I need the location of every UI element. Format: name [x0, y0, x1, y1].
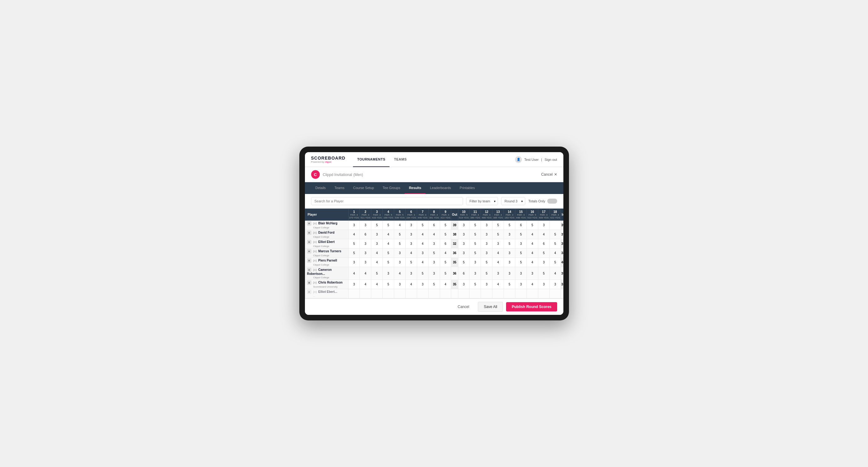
hole-1-score[interactable]	[348, 280, 360, 289]
score-input-hole-13[interactable]	[492, 289, 503, 298]
hole-3-score[interactable]	[371, 258, 383, 267]
score-input-hole-15[interactable]	[515, 258, 527, 267]
score-input-hole-16[interactable]	[527, 239, 538, 248]
score-input-hole-11[interactable]	[469, 239, 480, 248]
hole-16-score[interactable]	[527, 289, 538, 299]
hole-3-score[interactable]	[371, 280, 383, 289]
score-input-hole-18[interactable]	[550, 267, 561, 280]
hole-15-score[interactable]	[515, 221, 527, 230]
score-input-hole-14[interactable]	[504, 258, 515, 267]
sign-out-link[interactable]: Sign out	[545, 158, 557, 161]
score-input-hole-8[interactable]	[429, 267, 440, 280]
score-input-hole-18[interactable]	[550, 280, 561, 289]
score-input-hole-13[interactable]	[492, 230, 503, 239]
score-input-hole-6[interactable]	[406, 249, 417, 257]
hole-18-score[interactable]	[550, 239, 561, 249]
score-input-hole-6[interactable]	[406, 280, 417, 289]
hole-5-score[interactable]	[394, 289, 406, 299]
score-input-hole-4[interactable]	[383, 239, 394, 248]
hole-2-score[interactable]	[360, 239, 371, 249]
score-input-hole-5[interactable]	[394, 239, 405, 248]
score-input-hole-16[interactable]	[527, 221, 538, 230]
score-input-hole-1[interactable]	[349, 280, 360, 289]
nav-teams[interactable]: TEAMS	[390, 152, 411, 167]
hole-8-score[interactable]	[428, 230, 440, 239]
hole-11-score[interactable]	[469, 249, 481, 258]
score-input-hole-16[interactable]	[527, 230, 538, 239]
score-input-hole-2[interactable]	[360, 230, 371, 239]
hole-12-score[interactable]	[481, 230, 492, 239]
score-input-hole-9[interactable]	[440, 289, 451, 298]
score-input-hole-9[interactable]	[440, 230, 451, 239]
score-input-hole-5[interactable]	[394, 267, 405, 280]
score-input-hole-3[interactable]	[371, 280, 382, 289]
score-input-hole-12[interactable]	[481, 267, 492, 280]
score-input-hole-9[interactable]	[440, 239, 451, 248]
score-input-hole-3[interactable]	[371, 258, 382, 267]
cancel-button[interactable]: Cancel	[452, 302, 475, 311]
hole-1-score[interactable]	[348, 258, 360, 267]
score-input-hole-1[interactable]	[349, 258, 360, 267]
score-input-hole-4[interactable]	[383, 267, 394, 280]
score-input-hole-7[interactable]	[417, 230, 428, 239]
publish-round-scores-button[interactable]: Publish Round Scores	[506, 302, 557, 311]
score-input-hole-4[interactable]	[383, 280, 394, 289]
hole-7-score[interactable]	[417, 249, 428, 258]
tab-teams[interactable]: Teams	[330, 182, 349, 194]
score-input-hole-10[interactable]	[458, 249, 469, 257]
hole-14-score[interactable]	[504, 221, 515, 230]
score-input-hole-3[interactable]	[371, 249, 382, 257]
hole-14-score[interactable]	[504, 230, 515, 239]
score-input-hole-2[interactable]	[360, 239, 371, 248]
hole-8-score[interactable]	[428, 221, 440, 230]
score-input-hole-16[interactable]	[527, 267, 538, 280]
score-input-hole-1[interactable]	[349, 267, 360, 280]
nav-tournaments[interactable]: TOURNAMENTS	[353, 152, 390, 167]
score-input-hole-15[interactable]	[515, 289, 527, 298]
score-input-hole-13[interactable]	[492, 249, 503, 257]
hole-15-score[interactable]	[515, 249, 527, 258]
score-input-hole-9[interactable]	[440, 267, 451, 280]
score-input-hole-14[interactable]	[504, 230, 515, 239]
hole-16-score[interactable]	[527, 239, 538, 249]
tab-leaderboards[interactable]: Leaderboards	[426, 182, 455, 194]
hole-7-score[interactable]	[417, 267, 428, 280]
score-input-hole-9[interactable]	[440, 221, 451, 230]
hole-5-score[interactable]	[394, 249, 406, 258]
score-input-hole-13[interactable]	[492, 221, 503, 230]
hole-13-score[interactable]	[492, 249, 504, 258]
hole-3-score[interactable]	[371, 249, 383, 258]
score-input-hole-11[interactable]	[469, 249, 480, 257]
hole-9-score[interactable]	[440, 267, 451, 280]
score-input-hole-9[interactable]	[440, 249, 451, 257]
score-input-hole-12[interactable]	[481, 249, 492, 257]
hole-15-score[interactable]	[515, 289, 527, 299]
tab-course-setup[interactable]: Course Setup	[349, 182, 378, 194]
hole-1-score[interactable]	[348, 267, 360, 280]
hole-17-score[interactable]	[538, 280, 550, 289]
hole-9-score[interactable]	[440, 249, 451, 258]
tab-details[interactable]: Details	[311, 182, 330, 194]
tab-printables[interactable]: Printables	[455, 182, 479, 194]
hole-12-score[interactable]	[481, 289, 492, 299]
hole-2-score[interactable]	[360, 280, 371, 289]
hole-3-score[interactable]	[371, 239, 383, 249]
hole-5-score[interactable]	[394, 221, 406, 230]
score-input-hole-11[interactable]	[469, 258, 480, 267]
score-input-hole-4[interactable]	[383, 258, 394, 267]
hole-10-score[interactable]	[458, 221, 469, 230]
hole-5-score[interactable]	[394, 267, 406, 280]
hole-12-score[interactable]	[481, 267, 492, 280]
hole-11-score[interactable]	[469, 289, 481, 299]
hole-8-score[interactable]	[428, 280, 440, 289]
score-input-hole-3[interactable]	[371, 230, 382, 239]
hole-2-score[interactable]	[360, 267, 371, 280]
hole-18-score[interactable]	[550, 289, 561, 299]
hole-6-score[interactable]	[405, 267, 417, 280]
hole-6-score[interactable]	[405, 230, 417, 239]
hole-2-score[interactable]	[360, 230, 371, 239]
score-input-hole-8[interactable]	[429, 280, 440, 289]
hole-17-score[interactable]	[538, 267, 550, 280]
score-input-hole-16[interactable]	[527, 249, 538, 257]
score-input-hole-8[interactable]	[429, 289, 440, 298]
